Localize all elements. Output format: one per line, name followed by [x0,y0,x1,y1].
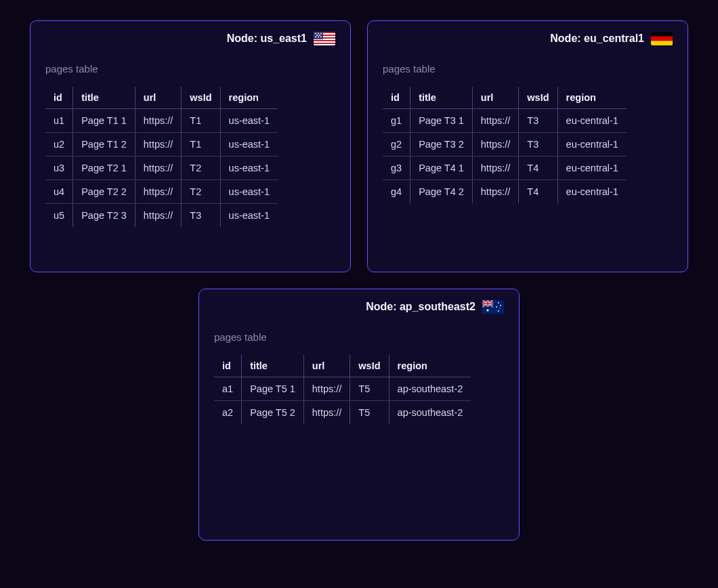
svg-rect-15 [651,32,673,37]
svg-point-14 [320,37,322,38]
pages-table: id title url wsId region g1Page T3 1http… [383,87,627,203]
col-id: id [45,87,73,109]
col-wsid: wsId [519,87,557,109]
svg-point-8 [318,33,319,35]
table-row: g3Page T4 1https://T4eu-central-1 [383,156,627,180]
table-row: u3Page T2 1https://T2us-east-1 [45,156,278,180]
svg-point-13 [318,37,319,38]
bottom-row: Node: ap_southeast2 [20,289,698,541]
svg-rect-16 [651,37,673,41]
col-id: id [214,355,242,377]
col-wsid: wsId [182,87,220,109]
svg-point-25 [499,308,500,308]
col-region: region [220,87,278,109]
node-title: Node: us_east1 [227,33,307,45]
flag-de-icon [651,32,673,45]
table-row: u2Page T1 2https://T1us-east-1 [45,133,278,156]
svg-rect-5 [314,44,335,45]
node-title: Node: ap_southeast2 [366,301,476,313]
col-title: title [410,87,473,109]
table-row: u1Page T1 1https://T1us-east-1 [45,109,278,133]
table-title: pages table [214,331,504,343]
node-ap-southeast2: Node: ap_southeast2 [198,289,520,541]
col-id: id [383,87,410,109]
node-us-east1: Node: us_east1 pages table id title url … [30,20,351,272]
table-row: g1Page T3 1https://T3eu-central-1 [383,109,627,133]
svg-point-9 [320,33,322,35]
svg-point-10 [316,35,318,36]
svg-point-11 [319,35,320,36]
table-row: a1Page T5 1https://T5ap-southeast-2 [214,377,471,401]
col-wsid: wsId [350,355,389,377]
col-url: url [472,87,519,109]
table-header-row: id title url wsId region [214,355,471,377]
table-row: u5Page T2 3https://T3us-east-1 [45,204,278,228]
svg-point-23 [498,310,499,312]
svg-point-7 [315,33,316,35]
svg-rect-4 [314,41,335,43]
top-row: Node: us_east1 pages table id title url … [20,20,698,272]
col-region: region [389,355,471,377]
svg-point-12 [315,37,316,38]
flag-au-icon [482,300,504,314]
col-url: url [135,87,182,109]
table-header-row: id title url wsId region [383,87,627,109]
node-eu-central1: Node: eu_central1 pages table id title u… [367,20,688,272]
col-url: url [303,355,350,377]
svg-point-20 [486,309,488,311]
table-row: a2Page T5 2https://T5ap-southeast-2 [214,401,471,425]
svg-point-24 [496,306,497,308]
flag-us-icon [314,32,335,45]
table-header-row: id title url wsId region [45,87,278,109]
node-header: Node: ap_southeast2 [214,300,504,314]
node-header: Node: eu_central1 [383,32,673,45]
col-region: region [557,87,627,109]
svg-point-21 [498,302,499,303]
svg-point-22 [500,305,501,306]
col-title: title [73,87,135,109]
table-title: pages table [383,63,673,75]
table-row: g4Page T4 2https://T4eu-central-1 [383,180,627,204]
svg-rect-17 [651,41,673,45]
node-header: Node: us_east1 [45,32,335,45]
col-title: title [242,355,304,377]
pages-table: id title url wsId region a1Page T5 1http… [214,355,471,424]
table-title: pages table [45,63,335,75]
table-row: g2Page T3 2https://T3eu-central-1 [383,133,627,156]
node-title: Node: eu_central1 [550,33,644,45]
pages-table: id title url wsId region u1Page T1 1http… [45,87,278,227]
table-row: u4Page T2 2https://T2us-east-1 [45,180,278,204]
